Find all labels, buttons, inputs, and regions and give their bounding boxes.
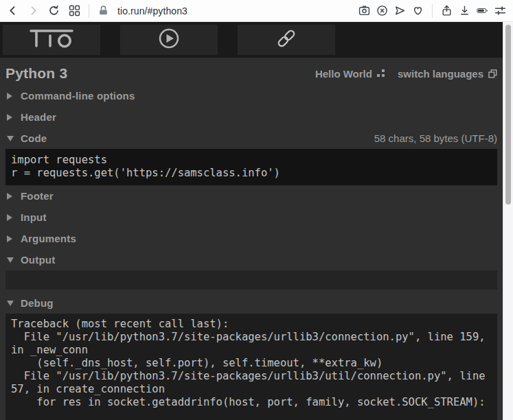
- section-label: Command-line options: [21, 90, 135, 102]
- section-footer[interactable]: Footer: [5, 185, 497, 207]
- section-debug[interactable]: Debug: [5, 292, 497, 314]
- reload-icon[interactable]: [48, 5, 60, 16]
- browser-chrome: tio.run/#python3: [0, 0, 513, 22]
- section-label: Arguments: [21, 233, 76, 244]
- expanded-arrow-icon: [7, 301, 14, 306]
- send-icon[interactable]: [394, 5, 406, 16]
- section-header[interactable]: Header: [5, 106, 497, 128]
- collapsed-arrow-icon: [7, 193, 12, 200]
- share-icon[interactable]: [441, 5, 453, 16]
- output-area[interactable]: [5, 270, 497, 290]
- close-circle-icon[interactable]: [376, 5, 388, 16]
- tab-overview-icon[interactable]: [69, 5, 80, 16]
- section-code[interactable]: Code 58 chars, 58 bytes (UTF-8): [5, 128, 497, 149]
- play-icon: [158, 27, 180, 52]
- collapsed-arrow-icon: [7, 93, 12, 100]
- section-label: Footer: [21, 190, 54, 202]
- chrome-divider: [89, 4, 89, 18]
- permalink-button[interactable]: [238, 25, 335, 55]
- screenshot-icon[interactable]: [358, 5, 370, 16]
- page-title: Python 3: [5, 65, 67, 82]
- switch-languages-label: switch languages: [398, 68, 483, 80]
- link-chain-icon: [275, 27, 298, 53]
- section-label: Input: [21, 211, 47, 223]
- scrollbar-thumb[interactable]: [505, 25, 511, 205]
- section-label: Code: [21, 132, 47, 144]
- lock-icon: [98, 5, 109, 16]
- chrome-divider: [432, 4, 433, 18]
- expanded-arrow-icon: [7, 257, 14, 263]
- collapsed-arrow-icon: [7, 114, 12, 121]
- tune-sliders-icon[interactable]: [494, 5, 506, 16]
- expanded-arrow-icon: [7, 136, 14, 141]
- page-scrollbar[interactable]: [503, 22, 513, 420]
- section-command-line-options[interactable]: Command-line options: [5, 85, 497, 106]
- back-icon[interactable]: [7, 5, 19, 16]
- section-arguments[interactable]: Arguments: [5, 228, 497, 249]
- switch-languages-link[interactable]: switch languages: [398, 68, 497, 80]
- code-editor[interactable]: import requests r = requests.get('https:…: [5, 149, 497, 185]
- download-icon[interactable]: [459, 5, 470, 16]
- address-bar[interactable]: tio.run/#python3: [117, 5, 187, 16]
- tio-page: Python 3 Hello World switch languages: [0, 22, 503, 420]
- section-label: Header: [21, 111, 56, 123]
- section-input[interactable]: Input: [5, 207, 497, 228]
- battery-icon: [477, 5, 488, 16]
- tio-home-button[interactable]: [3, 25, 100, 55]
- byte-count: 58 chars, 58 bytes (UTF-8): [374, 132, 497, 144]
- debug-area[interactable]: Traceback (most recent call last): File …: [5, 314, 497, 420]
- collapsed-arrow-icon: [7, 235, 12, 242]
- hello-world-link[interactable]: Hello World: [315, 68, 385, 80]
- section-label: Debug: [21, 297, 54, 309]
- section-output[interactable]: Output: [5, 249, 497, 270]
- tio-logo-icon: [19, 28, 84, 51]
- favorite-heart-icon[interactable]: [412, 5, 424, 16]
- switch-languages-icon: [488, 69, 497, 78]
- forward-icon[interactable]: [27, 5, 39, 16]
- tio-navbar: [0, 22, 503, 58]
- collapsed-arrow-icon: [7, 214, 12, 221]
- run-button[interactable]: [120, 25, 218, 55]
- hello-world-label: Hello World: [315, 68, 372, 80]
- section-label: Output: [21, 254, 55, 266]
- insert-template-icon: [377, 69, 385, 78]
